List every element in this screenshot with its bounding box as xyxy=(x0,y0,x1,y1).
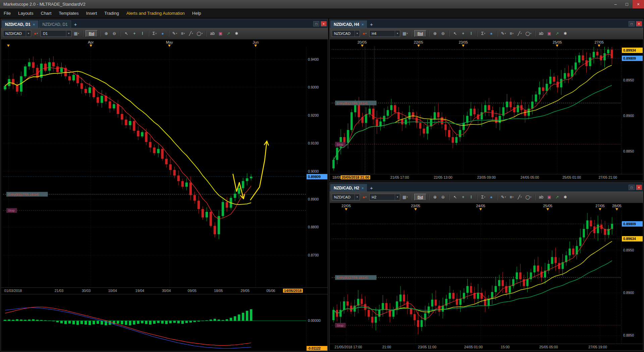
candle-style-button[interactable]: ●▾ xyxy=(361,194,368,200)
bid-toggle-button[interactable]: Bid xyxy=(414,194,426,200)
chart-type-button[interactable]: ▦▾ xyxy=(73,30,80,37)
menu-item-help[interactable]: Help xyxy=(189,9,205,18)
channel-icon[interactable]: ≡▾ xyxy=(179,30,186,37)
text-cursor-icon[interactable]: I xyxy=(139,30,146,37)
candlestick-chart-h4[interactable]: 0.89500.89000.8850Entry(B)(27/05 18:14)S… xyxy=(330,47,643,174)
maximize-button[interactable]: □ xyxy=(621,0,633,8)
globe-icon[interactable]: ● xyxy=(488,30,495,37)
eraser-icon[interactable]: ▣ xyxy=(217,30,224,37)
menu-item-chart[interactable]: Chart xyxy=(37,9,55,18)
indicator-chart-d1[interactable]: 0.00000-0.01122 xyxy=(1,294,328,351)
new-tab-button[interactable]: + xyxy=(368,20,375,28)
timeframe-combo[interactable]: H2▾ xyxy=(369,194,400,200)
settings-icon[interactable]: ✱ xyxy=(562,30,569,37)
panel-restore-button[interactable]: □ xyxy=(313,21,319,26)
tab-close-icon[interactable]: × xyxy=(362,22,364,26)
crosshair-icon[interactable]: + xyxy=(131,30,138,37)
menu-item-templates[interactable]: Templates xyxy=(55,9,82,18)
zoom-out-icon[interactable]: ⊖ xyxy=(440,194,446,200)
crosshair-icon[interactable]: + xyxy=(460,30,467,37)
globe-icon[interactable]: ● xyxy=(159,30,166,37)
symbol-combo[interactable]: NZD/CAD▾ xyxy=(332,194,360,200)
bottom-date-axis[interactable]: 18/05/201820/05/2018 21:0021/05 17:0022/… xyxy=(330,174,643,181)
entry-order-label[interactable]: Entry(B)(27/05 18:14) xyxy=(6,192,48,196)
trendline-icon[interactable]: ╱▾ xyxy=(516,30,523,37)
candlestick-chart-h2[interactable]: 0.89500.89000.8850Entry(B)(27/05 18:14)S… xyxy=(330,211,643,344)
chart-type-button[interactable]: ▦▾ xyxy=(401,30,409,37)
pointer-icon[interactable]: ↖ xyxy=(452,30,459,37)
channel-icon[interactable]: ≡▾ xyxy=(508,194,515,200)
channel-icon[interactable]: ≡▾ xyxy=(508,30,515,37)
trendline-icon[interactable]: ╱▾ xyxy=(516,194,523,200)
text-label-icon[interactable]: ab xyxy=(538,194,544,200)
settings-icon[interactable]: ✱ xyxy=(233,30,240,37)
zoom-in-icon[interactable]: ⊕ xyxy=(103,30,110,37)
symbol-combo[interactable]: NZD/CAD▾ xyxy=(3,30,31,37)
indicators-icon[interactable]: Σ▾ xyxy=(151,30,158,37)
tab-nzd-cad-h4[interactable]: NZD/CAD, H4× xyxy=(330,20,367,28)
draw-pencil-icon[interactable]: ✎▾ xyxy=(171,30,178,37)
zoom-in-icon[interactable]: ⊕ xyxy=(432,30,438,37)
text-label-icon[interactable]: ab xyxy=(209,30,216,37)
indicators-icon[interactable]: Σ▾ xyxy=(480,194,487,200)
eraser-icon[interactable]: ▣ xyxy=(546,194,552,200)
menu-item-layouts[interactable]: Layouts xyxy=(14,9,37,18)
ellipse-icon[interactable]: ◯▾ xyxy=(524,194,532,200)
stop-order-label[interactable]: Stop xyxy=(335,323,346,328)
bottom-date-axis[interactable]: 01/03/201821/0330/0310/0419/0430/0409/05… xyxy=(1,287,328,294)
text-cursor-icon[interactable]: I xyxy=(468,30,475,37)
ellipse-icon[interactable]: ◯▾ xyxy=(196,30,204,37)
tab-nzd-cad-h2[interactable]: NZD/CAD, H2× xyxy=(330,184,367,191)
crosshair-icon[interactable]: + xyxy=(460,194,467,200)
bid-toggle-button[interactable]: Bid xyxy=(86,30,98,37)
settings-icon[interactable]: ✱ xyxy=(562,194,569,200)
pointer-icon[interactable]: ↖ xyxy=(452,194,459,200)
panel-restore-button[interactable]: □ xyxy=(629,185,635,190)
stop-order-label[interactable]: Stop xyxy=(6,208,17,213)
menu-item-alerts-and-trading-automation[interactable]: Alerts and Trading Automation xyxy=(123,9,189,18)
bid-toggle-button[interactable]: Bid xyxy=(414,30,426,37)
panel-close-button[interactable]: × xyxy=(321,21,327,26)
text-cursor-icon[interactable]: I xyxy=(468,194,475,200)
entry-order-label[interactable]: Entry(B)(27/05 18:14) xyxy=(335,275,376,280)
tab-nzd-cad-d1[interactable]: NZD/CAD, D1 xyxy=(39,20,71,28)
tab-nzd-cad-d1[interactable]: NZD/CAD, D1× xyxy=(2,20,38,28)
ellipse-icon[interactable]: ◯▾ xyxy=(524,30,532,37)
minimize-button[interactable]: – xyxy=(610,0,621,8)
new-tab-button[interactable]: + xyxy=(72,20,79,28)
zoom-in-icon[interactable]: ⊕ xyxy=(432,194,438,200)
indicators-icon[interactable]: Σ▾ xyxy=(480,30,487,37)
buy-arrow-icon[interactable]: ↗ xyxy=(554,30,560,37)
close-button[interactable]: × xyxy=(633,0,644,8)
trendline-icon[interactable]: ╱▾ xyxy=(187,30,194,37)
bottom-date-axis[interactable]: 21/05/2018 17:0021:0023/05 11:0024/05 01… xyxy=(330,344,643,350)
panel-close-button[interactable]: × xyxy=(636,185,642,190)
symbol-combo[interactable]: NZD/CAD▾ xyxy=(332,30,360,37)
entry-order-label[interactable]: Entry(B)(27/05 18:14) xyxy=(335,101,376,105)
chart-type-button[interactable]: ▦▾ xyxy=(401,194,409,200)
timeframe-combo[interactable]: H4▾ xyxy=(369,30,400,37)
zoom-out-icon[interactable]: ⊖ xyxy=(111,30,118,37)
menu-item-file[interactable]: File xyxy=(0,9,14,18)
candle-style-button[interactable]: ●▾ xyxy=(361,30,368,37)
text-label-icon[interactable]: ab xyxy=(538,30,544,37)
globe-icon[interactable]: ● xyxy=(488,194,495,200)
panel-close-button[interactable]: × xyxy=(636,21,642,26)
menu-item-insert[interactable]: Insert xyxy=(83,9,101,18)
tab-close-icon[interactable]: × xyxy=(33,22,35,26)
draw-pencil-icon[interactable]: ✎▾ xyxy=(500,194,507,200)
new-tab-button[interactable]: + xyxy=(368,184,375,191)
zoom-out-icon[interactable]: ⊖ xyxy=(440,30,446,37)
buy-arrow-icon[interactable]: ↗ xyxy=(225,30,232,37)
candlestick-chart-d1[interactable]: 0.94000.93000.92000.91000.90000.89000.88… xyxy=(1,47,328,287)
candle-style-button[interactable]: ●▾ xyxy=(33,30,39,37)
eraser-icon[interactable]: ▣ xyxy=(546,30,552,37)
pointer-icon[interactable]: ↖ xyxy=(123,30,130,37)
panel-restore-button[interactable]: □ xyxy=(629,21,635,26)
menu-item-trading[interactable]: Trading xyxy=(101,9,123,18)
stop-order-label[interactable]: Stop xyxy=(335,142,346,146)
tab-close-icon[interactable]: × xyxy=(362,186,364,190)
draw-pencil-icon[interactable]: ✎▾ xyxy=(500,30,507,37)
buy-arrow-icon[interactable]: ↗ xyxy=(554,194,560,200)
timeframe-combo[interactable]: D1▾ xyxy=(41,30,71,37)
